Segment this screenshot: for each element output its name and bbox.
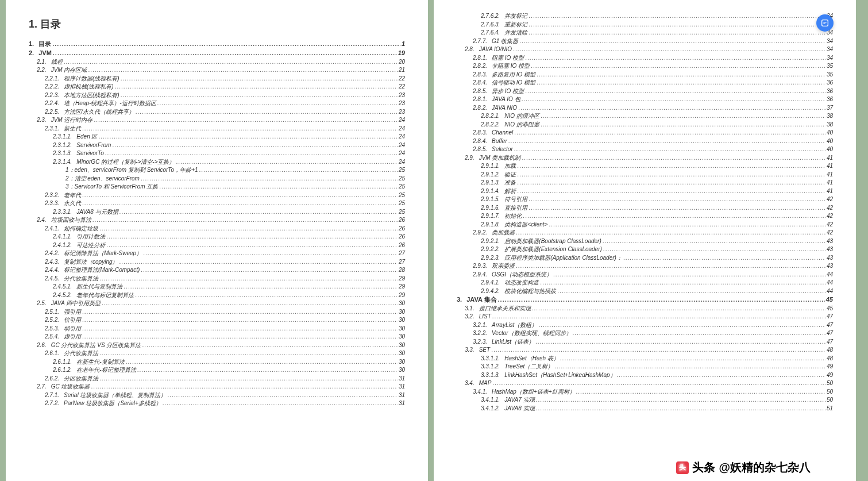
toc-entry[interactable]: 2.2.4.堆（Heap-线程共享）-运行时数据区...............…	[29, 99, 405, 107]
toc-entry[interactable]: 2.5.2.软引用...............................…	[29, 316, 405, 324]
toc-entry[interactable]: 3：ServicorTo 和 ServicorFrom 互换..........…	[29, 183, 405, 191]
toc-entry[interactable]: 2.9.2.类加载器..............................…	[457, 229, 833, 237]
toc-entry[interactable]: 2.6.GC 分代收集算法 VS 分区收集算法.................…	[29, 341, 405, 349]
toc-entry[interactable]: 2.4.3.复制算法（copying）.....................…	[29, 258, 405, 266]
toc-entry[interactable]: 2.2.JVM 内存区域............................…	[29, 66, 405, 74]
toc-entry[interactable]: 3.4.MAP.................................…	[457, 379, 833, 387]
toc-entry[interactable]: 2.3.1.1.Eden 区..........................…	[29, 133, 405, 141]
toc-entry[interactable]: 3.3.1.2.TreeSet（二叉树）....................…	[457, 363, 833, 371]
toc-entry[interactable]: 2.6.1.分代收集算法............................…	[29, 349, 405, 357]
toc-entry[interactable]: 2.6.2.分区收集算法............................…	[29, 375, 405, 383]
toc-entry[interactable]: 2.7.2.ParNew 垃圾收集器（Serial+多线程）..........…	[29, 399, 405, 407]
toc-leader-dots: ........................................…	[106, 241, 398, 249]
toc-entry[interactable]: 3.2.2.Vector（数组实现、线程同步）.................…	[457, 329, 833, 337]
toc-entry[interactable]: 3.JAVA 集合...............................…	[457, 295, 833, 304]
toc-entry[interactable]: 2.7.GC 垃圾收集器............................…	[29, 383, 405, 391]
toc-leader-dots: ........................................…	[516, 229, 825, 237]
toc-entry[interactable]: 2.9.3.双亲委派..............................…	[457, 262, 833, 270]
toc-entry[interactable]: 2.3.2.老年代...............................…	[29, 191, 405, 199]
toc-entry[interactable]: 2.3.3.1.JAVA8 与元数据......................…	[29, 208, 405, 216]
toc-entry[interactable]: 2.8.5.Selector..........................…	[457, 145, 833, 153]
toc-entry[interactable]: 2.7.6.3.重新标记............................…	[457, 21, 833, 29]
toc-entry[interactable]: 2.3.JVM 运行时内存...........................…	[29, 116, 405, 124]
toc-entry[interactable]: 2.5.4.虚引用...............................…	[29, 333, 405, 341]
toc-entry[interactable]: 2.8.3.多路复用 IO 模型........................…	[457, 71, 833, 79]
toc-entry[interactable]: 2.8.2.JAVA NIO..........................…	[457, 104, 833, 112]
toc-entry[interactable]: 2.4.5.1.新生代与复制算法........................…	[29, 283, 405, 291]
toc-entry[interactable]: 2.9.2.2.扩展类加载器(Extension ClassLoader)...…	[457, 245, 833, 253]
toc-entry[interactable]: 3.4.1.2.JAVA8 实现........................…	[457, 405, 833, 413]
toc-entry[interactable]: 3.3.1.1.HashSet（Hash 表）.................…	[457, 355, 833, 363]
toc-entry[interactable]: 2.9.1.7.初始化.............................…	[457, 212, 833, 220]
toc-entry[interactable]: 3.4.1.1.JAVA7 实现........................…	[457, 396, 833, 404]
toc-leader-dots: ........................................…	[576, 388, 825, 396]
toc-entry[interactable]: 2.7.1.Serial 垃圾收集器（单线程、复制算法）............…	[29, 391, 405, 399]
toc-entry[interactable]: 2.6.1.1.在新生代-复制算法.......................…	[29, 358, 405, 366]
assist-button[interactable]	[816, 14, 834, 32]
toc-entry[interactable]: 2.4.2.标记清除算法（Mark-Sweep）................…	[29, 249, 405, 257]
toc-entry[interactable]: 2.7.6.4.并发清除............................…	[457, 29, 833, 37]
toc-entry[interactable]: 2.6.1.2.在老年代-标记整理算法.....................…	[29, 366, 405, 374]
toc-entry[interactable]: 2.9.4.1.动态改变构造..........................…	[457, 279, 833, 287]
toc-entry[interactable]: 2.9.1.6.直接引用............................…	[457, 204, 833, 212]
page-left: 1. 目录 1.目录..............................…	[6, 0, 428, 481]
toc-entry[interactable]: 2.2.2.虚拟机栈(线程私有)........................…	[29, 83, 405, 91]
toc-entry[interactable]: 2.3.1.新生代...............................…	[29, 125, 405, 133]
toc-entry[interactable]: 2.8.1.JAVA IO 包.........................…	[457, 95, 833, 103]
toc-entry[interactable]: 2.9.1.1.加载..............................…	[457, 162, 833, 170]
toc-entry[interactable]: 2.9.2.1.启动类加载器(Bootstrap ClassLoader)...…	[457, 237, 833, 245]
toc-entry[interactable]: 2.9.1.3.准备..............................…	[457, 179, 833, 187]
toc-entry-page: 22	[399, 75, 405, 83]
toc-entry[interactable]: 2.8.JAVA IO/NIO.........................…	[457, 45, 833, 53]
toc-entry[interactable]: 2.4.5.分代收集算法............................…	[29, 275, 405, 283]
toc-entry[interactable]: 2.8.2.非阻塞 IO 模型.........................…	[457, 62, 833, 70]
toc-entry[interactable]: 2.4.4.标记整理算法(Mark-Compact)..............…	[29, 266, 405, 274]
toc-entry[interactable]: 2.9.1.5.符号引用............................…	[457, 195, 833, 203]
toc-entry[interactable]: 2.9.JVM 类加载机制...........................…	[457, 154, 833, 162]
toc-entry[interactable]: 2.8.5.异步 IO 模型..........................…	[457, 87, 833, 95]
toc-entry[interactable]: 2.5.3.弱引用...............................…	[29, 325, 405, 333]
toc-entry[interactable]: 1：eden、servicorFrom 复制到 ServicorTo，年龄+1.…	[29, 166, 405, 174]
toc-entry[interactable]: 3.2.LIST................................…	[457, 313, 833, 321]
toc-entry[interactable]: 3.3.1.3.LinkHashSet（HashSet+LinkedHashMa…	[457, 371, 833, 379]
toc-entry[interactable]: 2.2.1.程序计数器(线程私有).......................…	[29, 75, 405, 83]
toc-entry[interactable]: 2.9.4.OSGI（动态模型系统）......................…	[457, 271, 833, 279]
toc-entry[interactable]: 2.3.3.永久代...............................…	[29, 199, 405, 207]
toc-entry[interactable]: 2.8.4.Buffer............................…	[457, 137, 833, 145]
toc-entry[interactable]: 1.目录....................................…	[29, 40, 405, 48]
toc-entry[interactable]: 2.7.7.G1 收集器............................…	[457, 37, 833, 45]
toc-entry[interactable]: 2.4.1.2.可达性分析...........................…	[29, 241, 405, 249]
toc-entry[interactable]: 2：清空 eden、servicorFrom..................…	[29, 175, 405, 183]
toc-entry[interactable]: 3.4.1.HashMap（数组+链表+红黑树）................…	[457, 388, 833, 396]
toc-entry[interactable]: 2.9.1.8.类构造器<client>....................…	[457, 221, 833, 229]
toc-entry[interactable]: 2.2.3.本地方法区(线程私有).......................…	[29, 91, 405, 99]
toc-entry[interactable]: 2.2.5.方法区/永久代（线程共享）.....................…	[29, 108, 405, 116]
toc-entry[interactable]: 2.8.1.阻塞 IO 模型..........................…	[457, 54, 833, 62]
toc-entry[interactable]: 2.4.1.1.引用计数法...........................…	[29, 233, 405, 241]
toc-entry[interactable]: 2.1.线程..................................…	[29, 58, 405, 66]
toc-entry[interactable]: 2.9.4.2.模块化编程与热插拔.......................…	[457, 287, 833, 295]
toc-entry[interactable]: 2.7.6.2.并发标记............................…	[457, 12, 833, 20]
toc-entry[interactable]: 3.3.SET.................................…	[457, 346, 833, 354]
toc-entry[interactable]: 2.3.1.3.ServivorTo......................…	[29, 149, 405, 157]
toc-entry[interactable]: 2.9.1.2.验证..............................…	[457, 171, 833, 179]
toc-entry[interactable]: 2.3.1.2.ServivorFrom....................…	[29, 141, 405, 149]
toc-entry[interactable]: 2.9.1.4.解析..............................…	[457, 187, 833, 195]
toc-entry[interactable]: 2.9.2.3.应用程序类加载器(Application ClassLoader…	[457, 254, 833, 262]
toc-entry-number: 2.4.3.	[45, 258, 59, 266]
toc-entry[interactable]: 2.8.2.2.NIO 的非阻塞........................…	[457, 121, 833, 129]
toc-entry[interactable]: 3.2.1.ArrayList（数组）.....................…	[457, 321, 833, 329]
toc-entry[interactable]: 2.4.垃圾回收与算法.............................…	[29, 216, 405, 224]
toc-entry[interactable]: 3.2.3.LinkList（链表）......................…	[457, 338, 833, 346]
toc-entry[interactable]: 2.5.1.强引用...............................…	[29, 308, 405, 316]
toc-entry[interactable]: 2.5.JAVA 四中引用类型.........................…	[29, 299, 405, 307]
toc-entry[interactable]: 2.4.5.2.老年代与标记复制算法......................…	[29, 291, 405, 299]
toc-entry[interactable]: 2.4.1.如何确定垃圾............................…	[29, 225, 405, 233]
toc-leader-dots: ........................................…	[522, 95, 825, 103]
toc-entry[interactable]: 2.3.1.4.MinorGC 的过程（复制->清空->互换）.........…	[29, 158, 405, 166]
toc-entry[interactable]: 3.1.接口继承关系和实现...........................…	[457, 305, 833, 313]
toc-entry[interactable]: 2.8.3.Channel...........................…	[457, 129, 833, 137]
toc-entry[interactable]: 2.8.4.信号驱动 IO 模型........................…	[457, 79, 833, 87]
toc-entry[interactable]: 2.8.2.1.NIO 的缓冲区........................…	[457, 112, 833, 120]
toc-entry[interactable]: 2.JVM...................................…	[29, 49, 405, 57]
